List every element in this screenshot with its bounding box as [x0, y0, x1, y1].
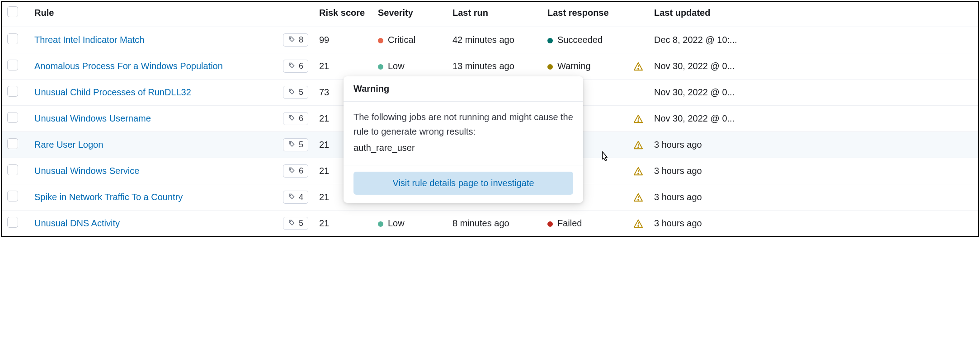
tags-badge[interactable]: 4	[283, 191, 308, 204]
table-row: Threat Intel Indicator Match899Critical4…	[2, 27, 978, 53]
warning-icon[interactable]	[633, 114, 643, 124]
tags-count: 6	[299, 114, 303, 123]
tags-badge[interactable]: 5	[283, 138, 308, 151]
last-updated: 3 hours ago	[654, 218, 702, 228]
warning-popover: Warning The following jobs are not runni…	[344, 76, 583, 203]
svg-point-7	[638, 121, 639, 122]
tags-badge[interactable]: 5	[283, 86, 308, 99]
last-run: 13 minutes ago	[452, 61, 514, 71]
svg-point-16	[638, 199, 639, 200]
risk-score: 99	[319, 35, 329, 45]
risk-score: 21	[319, 61, 329, 71]
rule-name-link[interactable]: Unusual Child Processes of RunDLL32	[34, 87, 191, 97]
svg-point-19	[638, 225, 639, 226]
rule-name-link[interactable]: Anomalous Process For a Windows Populati…	[34, 61, 223, 71]
risk-score: 21	[319, 113, 329, 123]
severity-dot-icon	[378, 38, 383, 43]
row-checkbox[interactable]	[7, 164, 18, 175]
last-updated: 3 hours ago	[654, 140, 702, 150]
row-checkbox[interactable]	[7, 33, 18, 44]
severity-label: Low	[388, 61, 405, 71]
warning-icon[interactable]	[633, 140, 643, 150]
col-last-updated[interactable]: Last updated	[649, 2, 978, 27]
rule-name-link[interactable]: Unusual Windows Username	[34, 113, 151, 123]
row-checkbox[interactable]	[7, 217, 18, 228]
row-checkbox[interactable]	[7, 86, 18, 97]
response-dot-icon	[547, 38, 553, 43]
warning-icon[interactable]	[633, 166, 643, 176]
svg-point-13	[638, 173, 639, 174]
tag-icon	[288, 192, 296, 202]
col-rule[interactable]: Rule	[29, 2, 314, 27]
tags-count: 6	[299, 166, 303, 176]
risk-score: 21	[319, 166, 329, 176]
response-dot-icon	[547, 64, 553, 70]
tag-icon	[288, 61, 296, 71]
warning-icon[interactable]	[633, 219, 643, 229]
tag-icon	[288, 87, 296, 98]
last-updated: Dec 8, 2022 @ 10:...	[654, 35, 737, 45]
popover-title: Warning	[344, 76, 583, 102]
row-checkbox[interactable]	[7, 138, 18, 149]
risk-score: 21	[319, 140, 329, 150]
table-row: Unusual DNS Activity521Low8 minutes agoF…	[2, 211, 978, 237]
svg-point-1	[290, 64, 291, 65]
tags-badge[interactable]: 6	[283, 164, 308, 178]
response-dot-icon	[547, 221, 553, 227]
last-run: 42 minutes ago	[452, 35, 514, 45]
last-updated: 3 hours ago	[654, 192, 702, 202]
rule-name-link[interactable]: Unusual Windows Service	[34, 166, 139, 176]
last-updated: 3 hours ago	[654, 166, 702, 176]
svg-point-0	[290, 38, 291, 39]
rule-name-link[interactable]: Threat Intel Indicator Match	[34, 35, 144, 45]
severity-dot-icon	[378, 64, 383, 70]
tag-icon	[288, 166, 296, 176]
tags-badge[interactable]: 6	[283, 112, 308, 125]
row-checkbox[interactable]	[7, 191, 18, 201]
tags-badge[interactable]: 8	[283, 33, 308, 47]
svg-point-4	[290, 90, 291, 91]
response-label: Warning	[557, 61, 591, 71]
select-all-checkbox[interactable]	[7, 6, 18, 17]
severity-dot-icon	[378, 221, 383, 227]
col-last-response[interactable]: Last response	[542, 2, 628, 27]
svg-point-8	[290, 143, 291, 144]
svg-point-17	[290, 221, 291, 222]
warning-icon[interactable]	[633, 192, 643, 202]
svg-point-5	[290, 117, 291, 117]
last-updated: Nov 30, 2022 @ 0...	[654, 87, 735, 97]
rule-name-link[interactable]: Rare User Logon	[34, 140, 103, 150]
response-label: Succeeded	[557, 35, 603, 45]
tags-count: 5	[299, 219, 303, 228]
risk-score: 21	[319, 218, 329, 228]
tags-count: 5	[299, 140, 303, 150]
popover-job: auth_rare_user	[353, 140, 573, 155]
rule-name-link[interactable]: Spike in Network Traffic To a Country	[34, 192, 183, 202]
tags-count: 8	[299, 35, 303, 45]
col-risk[interactable]: Risk score	[314, 2, 372, 27]
rule-name-link[interactable]: Unusual DNS Activity	[34, 218, 120, 228]
last-updated: Nov 30, 2022 @ 0...	[654, 113, 735, 123]
tags-count: 6	[299, 61, 303, 71]
severity-label: Critical	[388, 35, 415, 45]
warning-icon[interactable]	[633, 61, 643, 71]
risk-score: 21	[319, 192, 329, 202]
table-row: Anomalous Process For a Windows Populati…	[2, 53, 978, 80]
popover-message: The following jobs are not running and m…	[353, 110, 573, 139]
col-last-run[interactable]: Last run	[447, 2, 542, 27]
row-checkbox[interactable]	[7, 112, 18, 123]
investigate-button[interactable]: Visit rule details page to investigate	[353, 172, 573, 195]
tags-badge[interactable]: 6	[283, 60, 308, 73]
col-severity[interactable]: Severity	[372, 2, 447, 27]
tag-icon	[288, 140, 296, 150]
risk-score: 73	[319, 87, 329, 97]
tag-icon	[288, 218, 296, 229]
tags-count: 4	[299, 192, 303, 202]
tags-badge[interactable]: 5	[283, 217, 308, 230]
severity-label: Low	[388, 218, 405, 228]
svg-point-11	[290, 169, 291, 170]
svg-point-10	[638, 147, 639, 148]
pointer-cursor-icon	[599, 151, 610, 166]
row-checkbox[interactable]	[7, 60, 18, 70]
svg-point-14	[290, 195, 291, 196]
